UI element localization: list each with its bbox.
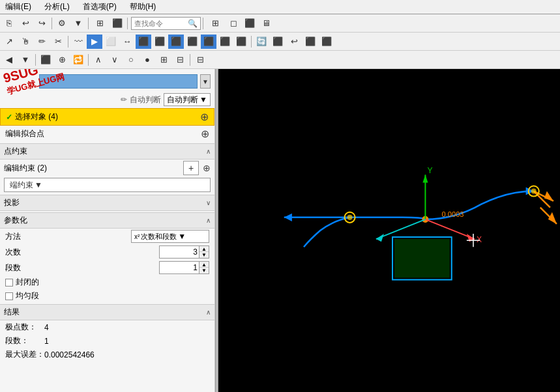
segments-row: 段数 ▲ ▼ [0, 260, 214, 275]
svg-point-8 [347, 215, 353, 220]
tb2-rect2[interactable]: ⬜ [103, 35, 119, 49]
point-constraint-arrow[interactable]: ∧ [206, 148, 211, 155]
menu-analysis[interactable]: 分析(L) [42, 0, 72, 14]
tb2-cursor[interactable]: 🖱 [18, 35, 33, 49]
copy-btn[interactable]: ⎘ [1, 16, 17, 31]
tb2-rect[interactable]: ▶ [87, 35, 102, 49]
max-error-value: 0.0002542466 [44, 350, 95, 359]
closed-checkbox[interactable] [5, 279, 13, 287]
tb3-loop[interactable]: 🔁 [70, 53, 86, 67]
constraint-crosshair[interactable]: ⊕ [203, 163, 211, 173]
tb3-plus[interactable]: ⊞ [156, 53, 171, 67]
segments-spin-down[interactable]: ▼ [199, 268, 209, 273]
top-dropdown[interactable] [39, 74, 198, 89]
tb2-mirror[interactable]: ⬛ [136, 35, 151, 49]
method-select[interactable]: x² 次数和段数 ▼ [131, 230, 209, 243]
crosshair-icon[interactable]: ⊕ [200, 111, 209, 123]
method-value: 次数和段数 [141, 232, 177, 242]
auto-judge-select[interactable]: 自动判断 ▼ [164, 93, 211, 106]
tb3-up[interactable]: ∧ [91, 53, 106, 67]
projection-arrow[interactable]: ∨ [206, 199, 211, 206]
toolbar-row-3: ◀ ▼ ⬛ ⊕ 🔁 ∧ ∨ ○ ● ⊞ ⊟ ⊟ [0, 51, 560, 69]
menu-edit[interactable]: 编辑(E) [3, 0, 34, 14]
poles-label: 极点数： [5, 322, 44, 333]
segments-input[interactable] [160, 262, 199, 273]
tb2-arr6[interactable]: ⬛ [233, 35, 249, 49]
svg-text:X: X [477, 235, 482, 244]
tb2-rot2[interactable]: ⬛ [270, 35, 286, 49]
grid-btn[interactable]: ⊞ [91, 16, 109, 31]
results-arrow[interactable]: ∧ [206, 309, 211, 316]
tb2-rot3[interactable]: ↩ [286, 35, 302, 49]
sep7 [35, 54, 36, 66]
tb3-down[interactable]: ▼ [18, 53, 33, 67]
tb3-wire[interactable]: ⊕ [54, 53, 70, 67]
auto-judge-row: ✏ 自动判断 自动判断 ▼ [0, 91, 214, 108]
tb3-dot[interactable]: ● [140, 53, 155, 67]
search-icon[interactable]: 🔍 [188, 19, 198, 28]
add-constraint-btn[interactable]: + [183, 161, 199, 175]
select-obj-label: ✓ 选择对象 (4) [6, 111, 58, 122]
projection-header: 投影 ∨ [0, 195, 214, 211]
degree-label: 次数 [5, 247, 21, 258]
menu-preferences[interactable]: 首选项(P) [80, 0, 119, 14]
tb2-rot5[interactable]: ⬛ [319, 35, 334, 49]
degree-spin-down[interactable]: ▼ [199, 252, 209, 258]
auto-judge-label: 自动判断 [130, 94, 161, 105]
tb2-pen[interactable]: ✏ [34, 35, 50, 49]
uniform-checkbox[interactable] [5, 292, 13, 300]
tb3-cube[interactable]: ⬛ [38, 53, 53, 67]
method-label: 方法 [5, 231, 21, 242]
settings-btn[interactable]: ⚙ [54, 16, 70, 31]
tb2-arr5[interactable]: ⬛ [217, 35, 233, 49]
segments-result-row: 段数： 1 [0, 334, 214, 348]
max-error-row: 最大误差： 0.0002542466 [0, 348, 214, 361]
tb3-dn[interactable]: ∨ [107, 53, 123, 67]
tb2-rot4[interactable]: ⬛ [302, 35, 318, 49]
poles-value: 4 [44, 323, 49, 332]
toolbar-row-2: ↗ 🖱 ✏ ✂ 〰 ▶ ⬜ ↔ ⬛ ⬛ ⬛ ⬛ ⬛ ⬛ ⬛ 🔄 ⬛ ↩ ⬛ ⬛ [0, 33, 560, 51]
segments-spin-up[interactable]: ▲ [199, 262, 209, 268]
tb3-back[interactable]: ◀ [1, 53, 17, 67]
edit-fit-crosshair[interactable]: ⊕ [201, 128, 209, 140]
constraint-edit-row: 编辑约束 (2) + ⊕ [0, 160, 214, 176]
projection-title: 投影 [4, 197, 20, 208]
tb1-icon2[interactable]: ◻ [226, 16, 241, 31]
tb2-select[interactable]: ↗ [1, 35, 17, 49]
tb3-grid[interactable]: ⊟ [192, 53, 208, 67]
tb2-arr1[interactable]: ⬛ [152, 35, 168, 49]
select-obj-row: ✓ 选择对象 (4) ⊕ [0, 108, 214, 126]
tb3-minus[interactable]: ⊟ [172, 53, 188, 67]
search-input[interactable] [134, 18, 186, 29]
top-dropdown-arrow[interactable]: ▼ [200, 74, 211, 89]
undo-btn[interactable]: ↩ [18, 16, 33, 31]
sep1 [52, 18, 52, 29]
segments-result-label: 段数： [5, 335, 44, 346]
tb1-icon3[interactable]: ⬛ [242, 16, 258, 31]
tb2-arr4[interactable]: ⬛ [201, 35, 216, 49]
tb2-rot1[interactable]: 🔄 [254, 35, 269, 49]
uniform-row: 均匀段 [0, 289, 214, 303]
auto-judge-select-label: 自动判断 [167, 94, 198, 105]
method-arrow: ▼ [178, 232, 186, 241]
tb1-icon4[interactable]: 🖥 [258, 16, 274, 31]
tb2-line[interactable]: 〰 [70, 35, 86, 49]
auto-judge-chevron: ▼ [199, 95, 207, 104]
degree-input[interactable] [160, 246, 199, 258]
tb2-arr2[interactable]: ⬛ [168, 35, 184, 49]
view-btn[interactable]: ⬛ [110, 16, 125, 31]
tb2-cut[interactable]: ✂ [50, 35, 66, 49]
tb1-icon1[interactable]: ⊞ [205, 16, 225, 31]
edit-fit-row: 编辑拟合点 ⊕ [0, 126, 214, 142]
end-constraint-btn[interactable]: 端约束 ▼ [4, 178, 211, 192]
redo-btn[interactable]: ↪ [34, 16, 50, 31]
dropdown-btn[interactable]: ▼ [70, 16, 86, 31]
method-row: 方法 x² 次数和段数 ▼ [0, 229, 214, 244]
param-arrow[interactable]: ∧ [206, 217, 211, 224]
degree-spin-up[interactable]: ▲ [199, 246, 209, 252]
menu-help[interactable]: 帮助(H) [127, 0, 159, 14]
tb3-circ[interactable]: ○ [123, 53, 139, 67]
tb2-xform[interactable]: ↔ [119, 35, 135, 49]
results-title: 结果 [4, 307, 20, 318]
tb2-arr3[interactable]: ⬛ [184, 35, 200, 49]
